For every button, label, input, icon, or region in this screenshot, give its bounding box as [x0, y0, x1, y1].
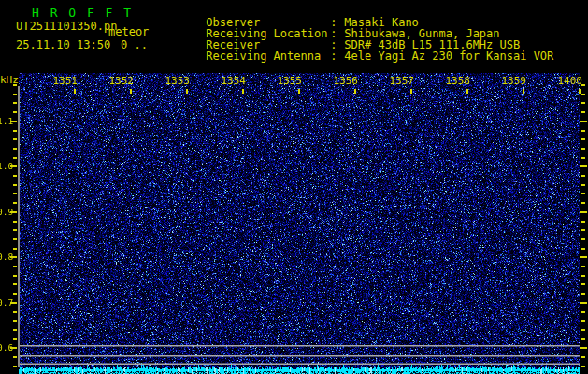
y-axis-line	[18, 86, 20, 367]
y-major-tick-left	[10, 121, 17, 122]
y-minor-tick-right	[581, 184, 585, 186]
y-tick-label: 1.0	[0, 161, 12, 172]
y-minor-tick-left	[13, 94, 17, 95]
y-minor-tick-left	[13, 138, 17, 140]
filename-text: UT2511101350.pn	[16, 20, 117, 33]
y-tick-label: 1.1	[0, 116, 12, 127]
echo-count-text: 0 ..	[121, 38, 148, 51]
y-minor-tick-right	[581, 238, 585, 240]
info-label: Receiving Antenna	[206, 50, 330, 62]
y-minor-tick-left	[13, 238, 17, 240]
y-minor-tick-left	[13, 202, 17, 204]
y-minor-tick-left	[13, 102, 17, 104]
datetime-text: 25.11.10 13:50	[16, 38, 110, 51]
y-minor-tick-right	[581, 193, 585, 194]
y-minor-tick-right	[581, 229, 585, 231]
y-tick-label: 0.8	[0, 252, 12, 263]
y-major-tick-left	[10, 211, 17, 213]
info-row-observer: Observer:Masaki Kano	[165, 6, 553, 17]
y-minor-tick-right	[581, 275, 585, 277]
y-minor-tick-right	[581, 94, 585, 95]
y-minor-tick-left	[13, 275, 17, 277]
y-minor-tick-left	[13, 266, 17, 267]
info-colon: :	[330, 50, 344, 62]
y-minor-tick-left	[13, 293, 17, 295]
y-minor-tick-left	[13, 130, 17, 132]
y-major-tick-right	[580, 347, 587, 349]
y-minor-tick-right	[581, 111, 585, 113]
y-minor-tick-right	[581, 320, 585, 322]
y-major-tick-right	[580, 121, 587, 122]
y-minor-tick-left	[13, 157, 17, 159]
info-row-receiver: Receiver:SDR# 43dB L15 111.6MHz USB	[165, 28, 553, 39]
spectrogram-noise-canvas	[19, 73, 580, 374]
y-minor-tick-left	[13, 320, 17, 322]
info-value: 4ele Yagi Az 230 for Kansai VOR	[344, 50, 553, 63]
y-major-tick-left	[10, 256, 17, 258]
y-minor-tick-right	[581, 102, 585, 104]
y-minor-tick-left	[13, 311, 17, 313]
y-tick-label: 0.7	[0, 297, 12, 309]
y-minor-tick-right	[581, 329, 585, 331]
y-minor-tick-right	[581, 157, 585, 159]
y-minor-tick-right	[581, 148, 585, 150]
y-minor-tick-right	[581, 311, 585, 313]
y-minor-tick-left	[13, 148, 17, 150]
y-major-tick-right	[580, 302, 587, 304]
app-title: H R O F F T	[32, 6, 133, 20]
hrofft-screen: H R O F F T UT2511101350.pn meteor 25.11…	[0, 0, 588, 374]
y-minor-tick-right	[581, 84, 585, 86]
y-minor-tick-left	[13, 366, 17, 367]
y-minor-tick-right	[581, 202, 585, 204]
y-minor-tick-right	[581, 266, 585, 267]
y-minor-tick-left	[13, 229, 17, 231]
info-row-location: Receiving Location:Shibukawa, Gunma, Jap…	[165, 17, 553, 28]
info-row-antenna: Receiving Antenna:4ele Yagi Az 230 for K…	[165, 39, 553, 50]
y-minor-tick-left	[13, 338, 17, 340]
y-minor-tick-right	[581, 283, 585, 285]
y-major-tick-right	[580, 256, 587, 258]
filename-overlay-text: meteor	[108, 25, 149, 38]
y-minor-tick-left	[13, 111, 17, 113]
y-minor-tick-right	[581, 248, 585, 250]
y-minor-tick-left	[13, 175, 17, 177]
y-minor-tick-right	[581, 366, 585, 367]
y-minor-tick-right	[581, 221, 585, 223]
y-minor-tick-left	[13, 356, 17, 358]
y-minor-tick-left	[13, 248, 17, 250]
y-minor-tick-right	[581, 338, 585, 340]
y-minor-tick-right	[581, 356, 585, 358]
station-info-block: Observer:Masaki Kano Receiving Location:…	[165, 6, 553, 50]
y-minor-tick-right	[581, 138, 585, 140]
y-major-tick-left	[10, 302, 17, 304]
y-minor-tick-right	[581, 175, 585, 177]
y-tick-label: 0.6	[0, 342, 12, 353]
y-minor-tick-left	[13, 184, 17, 186]
y-minor-tick-left	[13, 221, 17, 223]
y-axis-unit-label: kHz	[0, 74, 19, 86]
y-major-tick-right	[580, 165, 587, 167]
y-major-tick-left	[10, 165, 17, 167]
y-minor-tick-right	[581, 293, 585, 295]
y-major-tick-right	[580, 211, 587, 213]
y-tick-label: 0.9	[0, 207, 12, 218]
y-major-tick-left	[10, 347, 17, 349]
y-minor-tick-left	[13, 329, 17, 331]
y-minor-tick-left	[13, 193, 17, 194]
y-minor-tick-left	[13, 283, 17, 285]
y-minor-tick-right	[581, 130, 585, 132]
